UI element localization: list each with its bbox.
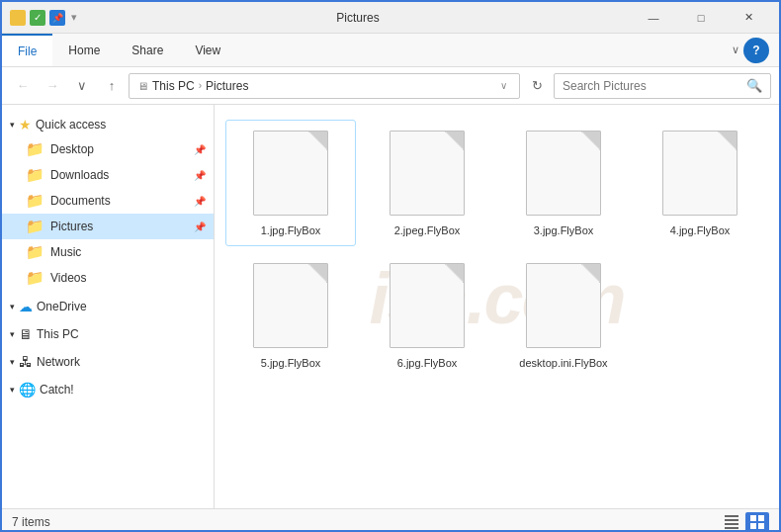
sidebar-item-downloads[interactable]: 📁 Downloads 📌 bbox=[2, 162, 214, 188]
address-path[interactable]: 🖥 This PC › Pictures ∨ bbox=[129, 73, 520, 99]
file-item-1[interactable]: 1.jpg.FlyBox bbox=[226, 121, 355, 245]
sidebar-item-catch[interactable]: ▾ 🌐 Catch! bbox=[2, 378, 214, 401]
file-page-7 bbox=[526, 263, 601, 348]
back-button[interactable]: ← bbox=[10, 73, 36, 99]
catch-label: Catch! bbox=[40, 383, 74, 397]
content-area: ish.com 1.jpg.FlyBox 2.jpeg.FlyBox bbox=[215, 105, 779, 508]
tab-home[interactable]: Home bbox=[52, 34, 116, 66]
path-pictures: Pictures bbox=[206, 79, 248, 93]
quick-access-section: ▾ ★ Quick access 📁 Desktop 📌 📁 Downloads… bbox=[2, 113, 214, 291]
quick-access-header[interactable]: ▾ ★ Quick access bbox=[2, 113, 214, 136]
sidebar-item-documents[interactable]: 📁 Documents 📌 bbox=[2, 188, 214, 214]
large-icon-view-icon bbox=[750, 515, 764, 529]
tab-view[interactable]: View bbox=[179, 34, 236, 66]
close-button[interactable]: ✕ bbox=[726, 3, 771, 33]
svg-rect-5 bbox=[725, 527, 738, 529]
svg-rect-2 bbox=[725, 515, 738, 517]
catch-icon: 🌐 bbox=[19, 382, 36, 398]
list-view-button[interactable] bbox=[720, 512, 743, 532]
search-input[interactable] bbox=[563, 79, 742, 93]
ribbon: File Home Share View ∨ ? bbox=[2, 34, 779, 67]
onedrive-icon: ☁ bbox=[19, 299, 33, 314]
sidebar-item-videos[interactable]: 📁 Videos bbox=[2, 265, 214, 291]
sidebar-item-onedrive[interactable]: ▾ ☁ OneDrive bbox=[2, 295, 214, 318]
thispc-section: ▾ 🖥 This PC bbox=[2, 322, 214, 346]
file-icon-6 bbox=[388, 261, 467, 350]
file-icon-2 bbox=[388, 129, 467, 218]
maximize-button[interactable]: □ bbox=[678, 3, 724, 33]
window-controls: — □ ✕ bbox=[631, 3, 771, 33]
up-button[interactable]: ↑ bbox=[99, 73, 125, 99]
thispc-label: This PC bbox=[37, 327, 79, 341]
path-dropdown-arrow[interactable]: ∨ bbox=[496, 80, 511, 91]
music-folder-icon: 📁 bbox=[26, 243, 44, 261]
main-area: ▾ ★ Quick access 📁 Desktop 📌 📁 Downloads… bbox=[2, 105, 779, 508]
svg-rect-3 bbox=[725, 519, 738, 521]
expand-chevron: ∨ bbox=[732, 44, 739, 56]
window-title: Pictures bbox=[85, 11, 631, 25]
path-separator-1: › bbox=[199, 80, 202, 91]
file-item-5[interactable]: 5.jpg.FlyBox bbox=[226, 253, 355, 378]
dropdown-button[interactable]: ∨ bbox=[69, 73, 95, 99]
item-count: 7 items bbox=[12, 515, 50, 529]
file-item-4[interactable]: 4.jpg.FlyBox bbox=[636, 121, 764, 245]
file-icon-3 bbox=[524, 129, 603, 218]
videos-folder-icon: 📁 bbox=[26, 269, 44, 287]
minimize-button[interactable]: — bbox=[631, 3, 676, 33]
search-box[interactable]: 🔍 bbox=[554, 73, 771, 99]
svg-rect-0 bbox=[12, 15, 24, 23]
pin-icon-pictures: 📌 bbox=[194, 222, 206, 232]
svg-rect-6 bbox=[750, 515, 756, 521]
sidebar-item-desktop[interactable]: 📁 Desktop 📌 bbox=[2, 136, 214, 162]
forward-button[interactable]: → bbox=[40, 73, 65, 99]
title-bar: ✓ 📌 ▾ Pictures — □ ✕ bbox=[2, 2, 779, 34]
network-section: ▾ 🖧 Network bbox=[2, 350, 214, 374]
sidebar-item-label-documents: Documents bbox=[50, 194, 111, 208]
sidebar-item-pictures[interactable]: 📁 Pictures 📌 bbox=[2, 214, 214, 239]
file-item-6[interactable]: 6.jpg.FlyBox bbox=[363, 253, 491, 378]
sidebar-item-label-downloads: Downloads bbox=[50, 168, 109, 182]
file-icon-5 bbox=[251, 261, 330, 350]
refresh-button[interactable]: ↻ bbox=[524, 73, 550, 99]
file-page-3 bbox=[526, 131, 601, 216]
file-name-5: 5.jpg.FlyBox bbox=[261, 356, 321, 370]
svg-rect-4 bbox=[725, 523, 738, 525]
quick-access-label: Quick access bbox=[36, 118, 106, 132]
file-name-7: desktop.ini.FlyBox bbox=[519, 356, 607, 370]
ribbon-expand[interactable]: ∨ ? bbox=[722, 38, 779, 63]
file-item-2[interactable]: 2.jpeg.FlyBox bbox=[363, 121, 491, 245]
documents-folder-icon: 📁 bbox=[26, 192, 44, 210]
search-icon: 🔍 bbox=[746, 78, 762, 93]
pictures-folder-icon: 📁 bbox=[26, 218, 44, 235]
file-page-2 bbox=[390, 131, 465, 216]
file-name-6: 6.jpg.FlyBox bbox=[397, 356, 458, 370]
tab-file[interactable]: File bbox=[2, 34, 52, 66]
address-bar: ← → ∨ ↑ 🖥 This PC › Pictures ∨ ↻ 🔍 bbox=[2, 67, 779, 105]
tab-share[interactable]: Share bbox=[116, 34, 179, 66]
file-item-7[interactable]: desktop.ini.FlyBox bbox=[499, 253, 628, 378]
path-folder-icon: 🖥 bbox=[137, 80, 148, 92]
title-icon-folder bbox=[10, 10, 26, 26]
large-icon-view-button[interactable] bbox=[745, 512, 769, 532]
pin-icon-documents: 📌 bbox=[194, 196, 206, 207]
view-icons bbox=[720, 512, 769, 532]
sidebar-item-network[interactable]: ▾ 🖧 Network bbox=[2, 350, 214, 374]
file-name-4: 4.jpg.FlyBox bbox=[670, 223, 731, 237]
help-button[interactable]: ? bbox=[743, 38, 769, 63]
thispc-expand: ▾ bbox=[10, 329, 15, 339]
svg-rect-7 bbox=[758, 515, 764, 521]
file-page-1 bbox=[253, 131, 328, 216]
pin-icon-downloads: 📌 bbox=[194, 170, 206, 181]
svg-rect-1 bbox=[12, 14, 17, 16]
file-grid: 1.jpg.FlyBox 2.jpeg.FlyBox 3.jpg.F bbox=[215, 105, 779, 395]
file-item-3[interactable]: 3.jpg.FlyBox bbox=[499, 121, 628, 245]
sidebar-item-label-desktop: Desktop bbox=[50, 142, 94, 156]
svg-rect-8 bbox=[750, 523, 756, 529]
quick-access-expand: ▾ bbox=[10, 120, 15, 130]
sidebar-item-music[interactable]: 📁 Music bbox=[2, 239, 214, 265]
sidebar-item-label-pictures: Pictures bbox=[50, 220, 93, 233]
list-view-icon bbox=[725, 515, 738, 529]
sidebar-item-thispc[interactable]: ▾ 🖥 This PC bbox=[2, 322, 214, 346]
file-name-1: 1.jpg.FlyBox bbox=[261, 223, 321, 237]
pin-icon-desktop: 📌 bbox=[194, 144, 206, 155]
